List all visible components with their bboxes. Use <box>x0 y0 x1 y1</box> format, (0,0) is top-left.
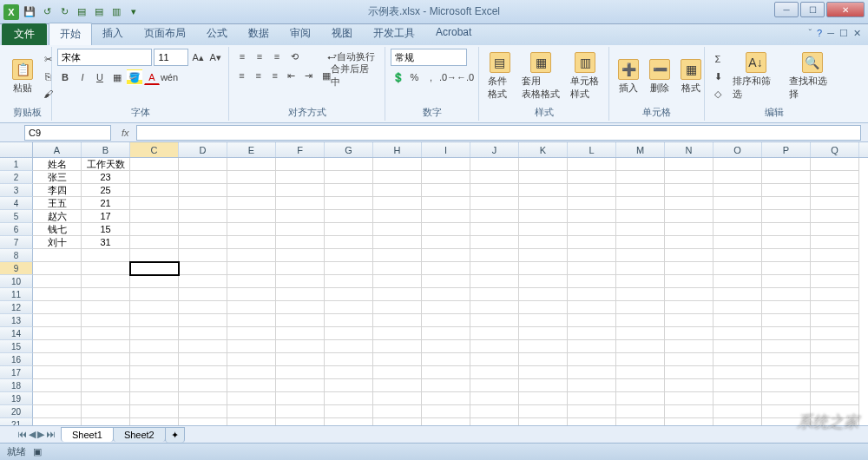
col-header-G[interactable]: G <box>325 142 373 157</box>
cell-I18[interactable] <box>422 379 470 392</box>
cell-N20[interactable] <box>665 405 713 418</box>
cell-D14[interactable] <box>179 327 227 340</box>
table-format-button[interactable]: ▦套用 表格格式 <box>518 50 563 102</box>
cell-P10[interactable] <box>762 275 811 288</box>
qat-icon-2[interactable]: ▤ <box>92 5 106 19</box>
cell-N13[interactable] <box>665 314 713 327</box>
cell-Q8[interactable] <box>811 249 859 262</box>
row-header-19[interactable]: 19 <box>0 392 33 405</box>
cell-D21[interactable] <box>179 418 227 425</box>
row-header-8[interactable]: 8 <box>0 249 33 262</box>
cell-A12[interactable] <box>33 301 82 314</box>
cell-D12[interactable] <box>179 301 227 314</box>
cell-P14[interactable] <box>762 327 811 340</box>
cell-M17[interactable] <box>616 366 665 379</box>
cell-J14[interactable] <box>470 327 519 340</box>
cell-C4[interactable] <box>130 197 179 210</box>
cell-I2[interactable] <box>422 171 470 184</box>
cell-E18[interactable] <box>227 379 276 392</box>
cell-H2[interactable] <box>373 171 422 184</box>
cell-K16[interactable] <box>519 353 568 366</box>
cell-J11[interactable] <box>470 288 519 301</box>
cell-K12[interactable] <box>519 301 568 314</box>
tab-开始[interactable]: 开始 <box>49 23 92 45</box>
cell-I9[interactable] <box>422 262 470 275</box>
cell-A19[interactable] <box>33 392 82 405</box>
cell-O6[interactable] <box>713 223 762 236</box>
cell-N11[interactable] <box>665 288 713 301</box>
italic-button[interactable]: I <box>75 69 90 85</box>
cell-J21[interactable] <box>470 418 519 425</box>
fx-label[interactable]: fx <box>115 128 136 138</box>
cell-H17[interactable] <box>373 366 422 379</box>
cell-J18[interactable] <box>470 379 519 392</box>
increase-font-icon[interactable]: A▴ <box>190 49 206 65</box>
worksheet-grid[interactable]: ABCDEFGHIJKLMNOPQ 1姓名工作天数2张三233李四254王五21… <box>0 142 868 425</box>
cell-P8[interactable] <box>762 249 811 262</box>
undo-icon[interactable]: ↺ <box>40 5 54 19</box>
align-center-icon[interactable]: ≡ <box>251 68 266 83</box>
comma-icon[interactable]: , <box>424 69 438 85</box>
cell-F1[interactable] <box>276 158 325 171</box>
cell-J16[interactable] <box>470 353 519 366</box>
cell-I8[interactable] <box>422 249 470 262</box>
cell-J20[interactable] <box>470 405 519 418</box>
cell-I7[interactable] <box>422 236 470 249</box>
align-right-icon[interactable]: ≡ <box>267 68 282 83</box>
cell-G17[interactable] <box>325 366 373 379</box>
cell-E16[interactable] <box>227 353 276 366</box>
cell-I17[interactable] <box>422 366 470 379</box>
indent-dec-icon[interactable]: ⇤ <box>284 68 299 83</box>
cell-G9[interactable] <box>325 262 373 275</box>
cell-M5[interactable] <box>616 210 665 223</box>
cell-E9[interactable] <box>227 262 276 275</box>
cell-E11[interactable] <box>227 288 276 301</box>
cell-K19[interactable] <box>519 392 568 405</box>
cell-B5[interactable]: 17 <box>82 210 130 223</box>
cell-O13[interactable] <box>713 314 762 327</box>
cell-M19[interactable] <box>616 392 665 405</box>
tab-数据[interactable]: 数据 <box>238 23 279 45</box>
cell-E20[interactable] <box>227 405 276 418</box>
inc-decimal-icon[interactable]: .0→ <box>440 69 456 85</box>
cell-C9[interactable] <box>129 261 180 276</box>
cell-P15[interactable] <box>762 340 811 353</box>
cell-B9[interactable] <box>82 262 130 275</box>
cell-H13[interactable] <box>373 314 422 327</box>
cell-I15[interactable] <box>422 340 470 353</box>
row-header-18[interactable]: 18 <box>0 379 33 392</box>
cell-A11[interactable] <box>33 288 82 301</box>
cell-C14[interactable] <box>130 327 179 340</box>
cell-D11[interactable] <box>179 288 227 301</box>
cell-D3[interactable] <box>179 184 227 197</box>
cell-Q1[interactable] <box>811 158 859 171</box>
cell-N9[interactable] <box>665 262 713 275</box>
sheet-next-icon[interactable]: ▶ <box>37 429 44 440</box>
cell-D18[interactable] <box>179 379 227 392</box>
cell-K18[interactable] <box>519 379 568 392</box>
cell-H18[interactable] <box>373 379 422 392</box>
cell-L2[interactable] <box>568 171 616 184</box>
col-header-L[interactable]: L <box>568 142 616 157</box>
cell-L14[interactable] <box>568 327 616 340</box>
orientation-icon[interactable]: ⟲ <box>286 49 302 64</box>
cell-G11[interactable] <box>325 288 373 301</box>
cell-E4[interactable] <box>227 197 276 210</box>
qat-icon-3[interactable]: ▥ <box>109 5 123 19</box>
cell-F20[interactable] <box>276 405 325 418</box>
cell-H7[interactable] <box>373 236 422 249</box>
cell-A8[interactable] <box>33 249 82 262</box>
sheet-last-icon[interactable]: ⏭ <box>46 429 56 440</box>
cell-Q5[interactable] <box>811 210 859 223</box>
cell-F13[interactable] <box>276 314 325 327</box>
align-left-icon[interactable]: ≡ <box>234 68 249 83</box>
cell-E10[interactable] <box>227 275 276 288</box>
cell-M7[interactable] <box>616 236 665 249</box>
cell-G7[interactable] <box>325 236 373 249</box>
cell-I4[interactable] <box>422 197 470 210</box>
cell-F3[interactable] <box>276 184 325 197</box>
cell-J15[interactable] <box>470 340 519 353</box>
cell-H14[interactable] <box>373 327 422 340</box>
cell-O10[interactable] <box>713 275 762 288</box>
workbook-close-icon[interactable]: ✕ <box>853 28 861 39</box>
